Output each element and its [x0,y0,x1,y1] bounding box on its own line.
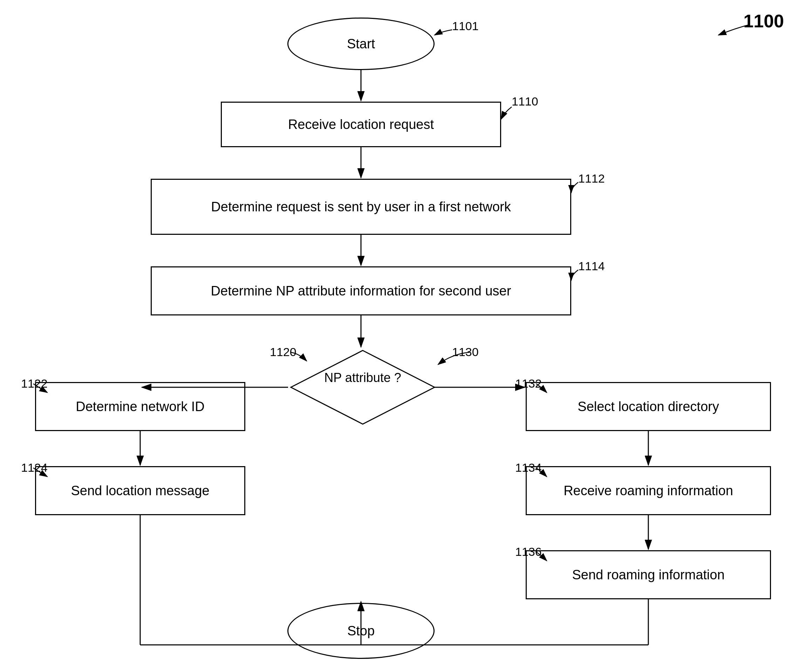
ref-1136: 1136 [515,545,542,559]
receive-location-request-label: Receive location request [288,117,434,132]
start-node: Start [287,18,434,70]
start-label: Start [347,37,375,52]
determine-np-label: Determine NP attribute information for s… [211,284,511,299]
ref-1124: 1124 [21,461,48,474]
send-location-message-label: Send location message [71,483,209,498]
diagram-number: 1100 [743,10,784,32]
receive-roaming-info-label: Receive roaming information [563,483,733,498]
np-diamond-container: NP attribute ? [287,347,438,428]
determine-network-id-label: Determine network ID [76,399,204,414]
select-location-directory-node: Select location directory [526,382,771,431]
determine-np-node: Determine NP attribute information for s… [151,266,571,316]
stop-label: Stop [347,623,374,638]
send-location-message-node: Send location message [35,466,245,515]
ref-1101: 1101 [452,19,479,33]
svg-marker-0 [291,351,434,424]
determine-request-label: Determine request is sent by user in a f… [211,199,511,214]
select-location-directory-label: Select location directory [578,399,719,414]
determine-network-id-node: Determine network ID [35,382,245,431]
receive-location-request-node: Receive location request [221,102,501,147]
svg-text:NP attribute ?: NP attribute ? [324,371,401,385]
ref-1130: 1130 [452,345,479,359]
send-roaming-info-label: Send roaming information [572,568,724,583]
ref-1114: 1114 [578,259,605,273]
stop-node: Stop [287,603,434,659]
determine-request-node: Determine request is sent by user in a f… [151,179,571,235]
ref-1122: 1122 [21,377,48,391]
receive-roaming-info-node: Receive roaming information [526,466,771,515]
send-roaming-info-node: Send roaming information [526,550,771,599]
ref-1110: 1110 [512,95,538,108]
ref-1134: 1134 [515,461,542,474]
ref-1132: 1132 [515,377,542,391]
ref-1120: 1120 [270,345,296,359]
ref-1112: 1112 [578,172,605,185]
